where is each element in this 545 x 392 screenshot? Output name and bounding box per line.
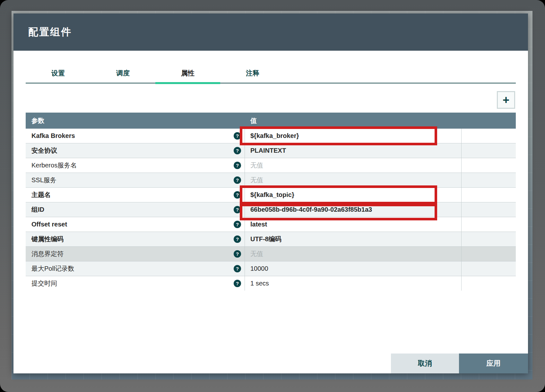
parameter-value: ${kafka_topic} — [250, 191, 294, 199]
help-icon[interactable]: ? — [234, 176, 241, 184]
empty-cell — [462, 276, 516, 291]
tab-comments[interactable]: 注释 — [220, 64, 285, 83]
table-toolbar: + — [26, 83, 516, 113]
parameter-value: 66be058b-d96b-4c0f-9a90-02a63f85b1a3 — [250, 206, 372, 213]
apply-button[interactable]: 应用 — [459, 354, 528, 373]
tab-properties[interactable]: 属性 — [155, 64, 220, 83]
parameter-value-cell[interactable]: ${kafka_topic} — [245, 188, 462, 202]
parameter-name: 主题名 — [31, 191, 51, 199]
parameter-value: 10000 — [250, 265, 268, 272]
property-row: SSL服务 ? 无值 — [26, 173, 516, 187]
help-icon[interactable]: ? — [234, 265, 241, 272]
empty-cell — [462, 217, 516, 232]
parameter-value: 无值 — [250, 176, 263, 184]
empty-cell — [462, 247, 516, 261]
property-row: 安全协议 ? PLAINTEXT — [26, 143, 516, 158]
property-row: Offset reset ? latest — [26, 217, 516, 232]
parameter-name-cell: Kafka Brokers ? — [26, 129, 245, 143]
parameter-name-cell: 消息界定符 ? — [26, 247, 245, 261]
parameter-value: ${kafka_broker} — [250, 132, 299, 140]
parameter-value-cell[interactable]: 无值 — [245, 173, 462, 187]
property-row: 键属性编码 ? UTF-8编码 — [26, 232, 516, 246]
tab-bar: 设置调度属性注释 — [26, 64, 516, 83]
parameter-value-cell[interactable]: PLAINTEXT — [245, 143, 462, 158]
table-rows: Kafka Brokers ? ${kafka_broker} 安全协议 ? P… — [26, 129, 516, 291]
tab-label: 设置 — [51, 69, 65, 77]
dialog-buttons: 取消 应用 — [391, 354, 528, 373]
parameter-name: 组ID — [31, 205, 44, 214]
parameter-value: 无值 — [250, 161, 263, 170]
parameter-name: 提交时间 — [31, 279, 57, 288]
parameter-value-cell[interactable]: 无值 — [245, 158, 462, 173]
empty-cell — [462, 143, 516, 158]
parameter-value-cell[interactable]: latest — [245, 217, 462, 232]
column-header-parameter: 参数 — [26, 116, 245, 125]
screenshot-frame: 配置组件 设置调度属性注释 + 参数 值 Kafka Brokers ? ${k… — [0, 0, 545, 392]
parameter-name-cell: 安全协议 ? — [26, 143, 245, 158]
parameter-name: 安全协议 — [31, 146, 57, 155]
property-row: Kafka Brokers ? ${kafka_broker} — [26, 129, 516, 143]
parameter-name-cell: SSL服务 ? — [26, 173, 245, 187]
add-property-button[interactable]: + — [497, 91, 515, 109]
property-row: 提交时间 ? 1 secs — [26, 276, 516, 291]
empty-cell — [462, 188, 516, 202]
empty-cell — [462, 173, 516, 187]
help-icon[interactable]: ? — [234, 162, 241, 169]
property-row: 消息界定符 ? 无值 — [26, 246, 516, 261]
property-row: 最大Poll记录数 ? 10000 — [26, 261, 516, 276]
tab-scheduling[interactable]: 调度 — [91, 64, 155, 83]
parameter-value-cell[interactable]: 1 secs — [245, 276, 462, 291]
dialog-title: 配置组件 — [13, 25, 72, 39]
parameter-value-cell[interactable]: 66be058b-d96b-4c0f-9a90-02a63f85b1a3 — [245, 202, 462, 217]
parameter-name: Kerberos服务名 — [31, 161, 77, 170]
parameter-value: 无值 — [250, 250, 263, 258]
parameter-value-cell[interactable]: 无值 — [245, 247, 462, 261]
column-header-value: 值 — [245, 116, 462, 125]
parameter-name-cell: 提交时间 ? — [26, 276, 245, 291]
parameter-name: Kafka Brokers — [31, 132, 75, 140]
help-icon[interactable]: ? — [234, 206, 241, 213]
property-row: Kerberos服务名 ? 无值 — [26, 158, 516, 173]
tab-label: 属性 — [181, 69, 195, 77]
configure-component-dialog: 配置组件 设置调度属性注释 + 参数 值 Kafka Brokers ? ${k… — [13, 13, 528, 373]
help-icon[interactable]: ? — [234, 221, 241, 228]
property-row: 主题名 ? ${kafka_topic} — [26, 187, 516, 202]
empty-cell — [462, 202, 516, 217]
parameter-name-cell: 键属性编码 ? — [26, 232, 245, 246]
parameter-name-cell: Kerberos服务名 ? — [26, 158, 245, 173]
parameter-name: Offset reset — [31, 221, 67, 228]
parameter-name-cell: Offset reset ? — [26, 217, 245, 232]
parameter-name: 最大Poll记录数 — [31, 264, 74, 273]
empty-cell — [462, 232, 516, 246]
parameter-name-cell: 最大Poll记录数 ? — [26, 261, 245, 276]
properties-table: 参数 值 Kafka Brokers ? ${kafka_broker} 安全协… — [26, 113, 516, 291]
parameter-name-cell: 主题名 ? — [26, 188, 245, 202]
empty-cell — [462, 129, 516, 143]
parameter-value-cell[interactable]: UTF-8编码 — [245, 232, 462, 246]
help-icon[interactable]: ? — [234, 132, 241, 140]
parameter-name: 键属性编码 — [31, 235, 64, 243]
help-icon[interactable]: ? — [234, 191, 241, 199]
tab-settings[interactable]: 设置 — [26, 64, 91, 83]
help-icon[interactable]: ? — [234, 147, 241, 154]
parameter-name: 消息界定符 — [31, 250, 64, 258]
tab-label: 注释 — [246, 69, 259, 77]
parameter-value: latest — [250, 221, 267, 228]
empty-cell — [462, 158, 516, 173]
table-header-row: 参数 值 — [26, 113, 516, 129]
parameter-value-cell[interactable]: ${kafka_broker} — [245, 129, 462, 143]
tab-label: 调度 — [116, 69, 130, 77]
property-row: 组ID ? 66be058b-d96b-4c0f-9a90-02a63f85b1… — [26, 202, 516, 217]
parameter-value: UTF-8编码 — [250, 235, 281, 243]
parameter-value: PLAINTEXT — [250, 147, 286, 154]
help-icon[interactable]: ? — [234, 250, 241, 258]
empty-cell — [462, 261, 516, 276]
parameter-value-cell[interactable]: 10000 — [245, 261, 462, 276]
parameter-name-cell: 组ID ? — [26, 202, 245, 217]
parameter-name: SSL服务 — [31, 176, 56, 184]
dialog-header: 配置组件 — [13, 13, 528, 51]
help-icon[interactable]: ? — [234, 235, 241, 243]
parameter-value: 1 secs — [250, 280, 269, 287]
help-icon[interactable]: ? — [234, 280, 241, 287]
cancel-button[interactable]: 取消 — [391, 354, 459, 373]
